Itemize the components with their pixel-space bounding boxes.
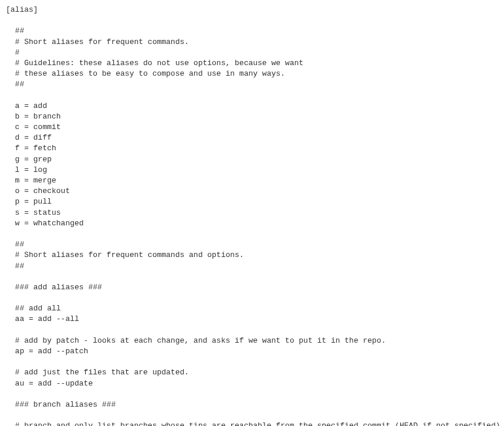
code-line [6,389,498,400]
code-line: b = branch [6,111,498,122]
code-line: c = commit [6,122,498,133]
code-line: [alias] [6,5,498,15]
code-line: # Guidelines: these aliases do not use o… [6,58,498,69]
code-line: # branch and only list branches whose ti… [6,421,498,426]
code-line [6,325,498,336]
code-line: ## [6,239,498,250]
code-line: # these aliases to be easy to compose an… [6,69,498,79]
code-line: s = status [6,208,498,218]
code-line [6,229,498,239]
code-line: # add by patch - looks at each change, a… [6,336,498,346]
code-line: # Short aliases for frequent commands an… [6,250,498,261]
code-line: ## [6,261,498,272]
code-line: w = whatchanged [6,218,498,229]
code-line: a = add [6,101,498,111]
code-line: aa = add --all [6,314,498,324]
code-line [6,272,498,282]
code-line: ### add aliases ### [6,282,498,293]
code-line: f = fetch [6,143,498,154]
code-line [6,293,498,303]
code-line: # Short aliases for frequent commands. [6,37,498,48]
code-line: l = log [6,165,498,175]
code-line: d = diff [6,133,498,143]
code-line [6,410,498,421]
code-line: au = add --update [6,378,498,389]
code-line: g = grep [6,154,498,165]
code-line: ap = add --patch [6,346,498,357]
code-line: p = pull [6,197,498,207]
code-line: ## [6,79,498,90]
code-line: o = checkout [6,186,498,197]
code-line [6,90,498,101]
code-line: ## add all [6,303,498,314]
code-line: ## [6,26,498,36]
code-line [6,15,498,26]
code-line: ### branch aliases ### [6,400,498,410]
code-line [6,357,498,367]
code-line: # [6,48,498,58]
code-line: # add just the files that are updated. [6,367,498,378]
code-block: [alias] ### Short aliases for frequent c… [0,0,504,426]
code-line: m = merge [6,175,498,186]
